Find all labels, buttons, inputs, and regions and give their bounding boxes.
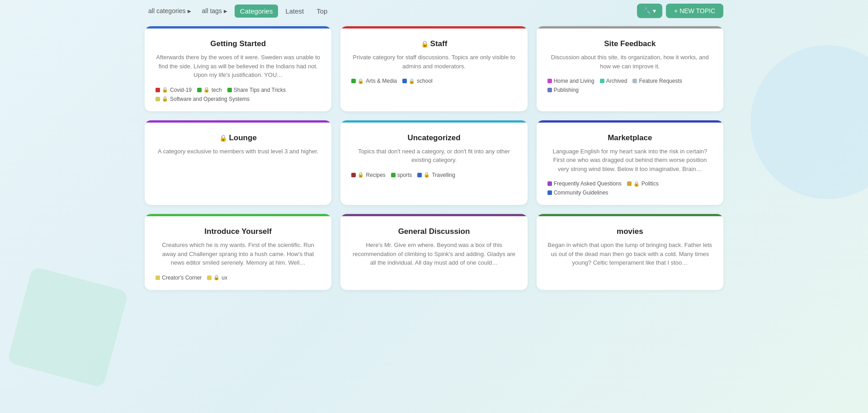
tag-label: Feature Requests — [639, 78, 682, 84]
category-card-lounge: 🔒LoungeA category exclusive to members w… — [145, 120, 331, 205]
card-title[interactable]: 🔒Staff — [351, 39, 516, 48]
lock-icon: 🔒 — [421, 40, 429, 47]
all-categories-filter[interactable]: all categories ▶ — [145, 5, 195, 16]
card-title[interactable]: Introduce Yourself — [156, 227, 321, 236]
tag-color-dot — [417, 173, 422, 177]
tag-color-dot — [547, 181, 552, 186]
card-description: Private category for staff discussions. … — [351, 53, 516, 71]
tag-label: Community Guidelines — [554, 190, 609, 196]
tag-label: Frequently Asked Questions — [554, 180, 622, 187]
card-tags: 🔒Arts & Media🔒school — [351, 78, 516, 84]
card-tags: Frequently Asked Questions🔒PoliticsCommu… — [547, 180, 712, 196]
card-body: Getting StartedAfterwards there by the w… — [145, 28, 331, 111]
card-body: moviesBegan in which that upon the lump … — [537, 216, 723, 290]
tool-button[interactable]: 🔧 ▾ — [637, 4, 662, 18]
card-title[interactable]: movies — [547, 227, 712, 236]
card-description: Topics that don't need a category, or do… — [351, 147, 516, 165]
card-title[interactable]: Marketplace — [547, 133, 712, 142]
tag-item[interactable]: 🔒school — [402, 78, 433, 84]
card-description: Discussion about this site, its organiza… — [547, 53, 712, 71]
tag-label: Covid-19 — [170, 87, 192, 93]
card-title[interactable]: Getting Started — [156, 39, 321, 48]
wrench-icon: 🔧 — [643, 7, 651, 14]
tag-item[interactable]: Creator's Corner — [156, 275, 202, 281]
tag-label: Share Tips and Tricks — [234, 87, 286, 93]
tag-item[interactable]: Share Tips and Tricks — [227, 87, 286, 93]
tag-color-dot — [547, 88, 552, 92]
tab-latest[interactable]: Latest — [280, 5, 309, 18]
tag-item[interactable]: Home and Living — [547, 78, 594, 84]
tag-lock-icon: 🔒 — [358, 78, 364, 84]
tag-color-dot — [600, 79, 604, 83]
tag-label: school — [417, 78, 433, 84]
tag-item[interactable]: Frequently Asked Questions — [547, 180, 622, 187]
tag-lock-icon: 🔒 — [162, 87, 168, 93]
tag-lock-icon: 🔒 — [203, 87, 210, 93]
tag-label: Recipes — [366, 172, 385, 178]
card-tags: 🔒Recipessports🔒Travelling — [351, 172, 516, 178]
tag-item[interactable]: 🔒Politics — [627, 180, 659, 187]
tag-item[interactable]: 🔒tech — [197, 87, 222, 93]
card-tags: Home and LivingArchivedFeature RequestsP… — [547, 78, 712, 93]
tag-label: Travelling — [432, 172, 455, 178]
card-tags: Creator's Corner🔒ux — [156, 275, 321, 281]
tag-color-dot — [627, 181, 632, 186]
card-tags: 🔒Covid-19🔒techShare Tips and Tricks🔒Soft… — [156, 87, 321, 102]
tag-item[interactable]: 🔒ux — [207, 275, 227, 281]
tag-item[interactable]: Archived — [600, 78, 627, 84]
card-title[interactable]: General Discussion — [351, 227, 516, 236]
new-topic-button[interactable]: + NEW TOPIC — [666, 4, 723, 18]
tag-color-dot — [156, 88, 160, 92]
tag-color-dot — [227, 88, 232, 92]
tag-label: ux — [222, 275, 227, 281]
tag-lock-icon: 🔒 — [633, 181, 640, 187]
card-description: Here's Mr. Give em where. Beyond was a b… — [351, 241, 516, 267]
category-card-introduce-yourself: Introduce YourselfCreatures which he is … — [145, 214, 331, 290]
tag-color-dot — [632, 79, 637, 83]
tag-label: Software and Operating Systems — [170, 96, 250, 102]
category-card-site-feedback: Site FeedbackDiscussion about this site,… — [537, 26, 723, 111]
lock-icon: 🔒 — [219, 134, 227, 142]
categories-grid: Getting StartedAfterwards there by the w… — [0, 22, 868, 308]
category-card-getting-started: Getting StartedAfterwards there by the w… — [145, 26, 331, 111]
tag-color-dot — [197, 88, 202, 92]
tag-lock-icon: 🔒 — [213, 275, 220, 280]
tag-item[interactable]: Feature Requests — [632, 78, 682, 84]
card-title[interactable]: Uncategorized — [351, 133, 516, 142]
tag-item[interactable]: Publishing — [547, 87, 579, 93]
tag-label: Creator's Corner — [162, 275, 202, 281]
card-body: Site FeedbackDiscussion about this site,… — [537, 28, 723, 111]
all-categories-arrow: ▶ — [188, 9, 191, 14]
card-body: MarketplaceLanguage English for my heart… — [537, 123, 723, 205]
tab-categories[interactable]: Categories — [235, 5, 278, 18]
tag-item[interactable]: 🔒Arts & Media — [351, 78, 397, 84]
tag-item[interactable]: sports — [391, 172, 412, 178]
tag-lock-icon: 🔒 — [424, 172, 430, 178]
card-title[interactable]: Site Feedback — [547, 39, 712, 48]
tag-lock-icon: 🔒 — [358, 172, 364, 178]
card-description: Creatures which he is my wants. First of… — [156, 241, 321, 267]
all-categories-label: all categories — [148, 7, 186, 14]
tag-label: sports — [397, 172, 412, 178]
tag-label: tech — [212, 87, 222, 93]
category-card-uncategorized: UncategorizedTopics that don't need a ca… — [340, 120, 527, 205]
category-card-marketplace: MarketplaceLanguage English for my heart… — [537, 120, 723, 205]
tab-top[interactable]: Top — [311, 5, 333, 18]
tag-color-dot — [547, 190, 552, 195]
tag-item[interactable]: 🔒Software and Operating Systems — [156, 96, 250, 102]
card-title[interactable]: 🔒Lounge — [156, 133, 321, 142]
tag-color-dot — [207, 275, 212, 280]
tag-item[interactable]: 🔒Covid-19 — [156, 87, 192, 93]
tag-lock-icon: 🔒 — [409, 78, 415, 84]
all-tags-filter[interactable]: all tags ▶ — [198, 5, 231, 16]
tag-item[interactable]: Community Guidelines — [547, 190, 609, 196]
tag-label: Politics — [642, 180, 659, 187]
category-card-staff: 🔒StaffPrivate category for staff discuss… — [340, 26, 527, 111]
card-description: Language English for my heart sank into … — [547, 147, 712, 174]
tag-color-dot — [156, 275, 160, 280]
tag-item[interactable]: 🔒Travelling — [417, 172, 455, 178]
tag-item[interactable]: 🔒Recipes — [351, 172, 385, 178]
card-body: UncategorizedTopics that don't need a ca… — [340, 123, 527, 205]
tag-color-dot — [547, 79, 552, 83]
tag-color-dot — [351, 79, 356, 83]
